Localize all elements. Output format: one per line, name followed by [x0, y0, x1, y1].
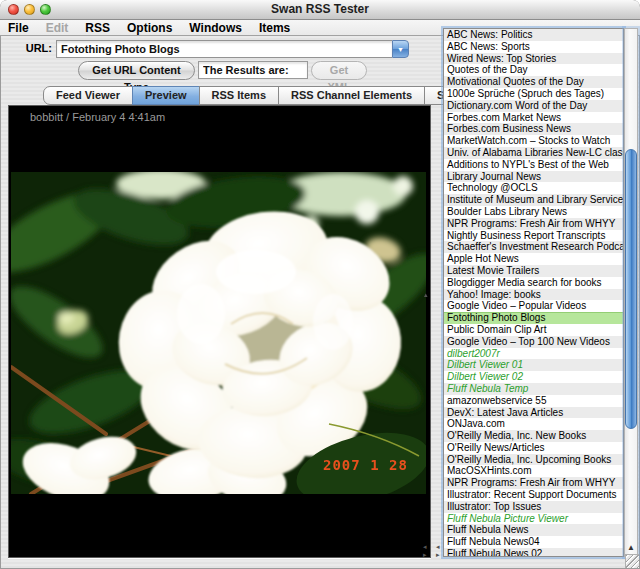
feed-list-item[interactable]: Additions to NYPL's Best of the Web	[444, 159, 623, 171]
list-scroll-right-icon[interactable]: ▸	[436, 551, 440, 558]
scrollbar-up-arrow-icon[interactable]: ▲	[626, 543, 636, 553]
feed-list-item[interactable]: Yahoo! Image: books	[444, 289, 623, 301]
feed-list-item[interactable]: Illustrator: Recent Support Documents	[444, 489, 623, 501]
tab-rss-items[interactable]: RSS Items	[199, 86, 279, 105]
feed-list-item[interactable]: Latest Movie Trailers	[444, 265, 623, 277]
feed-list-item[interactable]: Boulder Labs Library News	[444, 206, 623, 218]
get-xml-button: Get XML	[311, 61, 367, 80]
feed-list-item[interactable]: Google Video – Popular Videos	[444, 300, 623, 312]
feed-list-item[interactable]: Wired News: Top Stories	[444, 53, 623, 65]
feed-list-item[interactable]: Dilbert Viewer 01	[444, 359, 623, 371]
feed-list-item[interactable]: Institute of Museum and Library Services	[444, 194, 623, 206]
feed-list-item[interactable]: Motivational Quotes of the Day	[444, 76, 623, 88]
menu-file[interactable]: File	[8, 21, 29, 35]
feed-list-item[interactable]: Fluff Nebula News	[444, 524, 623, 536]
list-scroll-left-icon[interactable]: ◂	[436, 543, 440, 550]
feed-list-item[interactable]: O'Reilly Media, Inc. New Books	[444, 430, 623, 442]
feed-list-item[interactable]: Blogdigger Media search for books	[444, 277, 623, 289]
feed-list-item[interactable]: ONJava.com	[444, 418, 623, 430]
feed-list-item[interactable]: Nightly Business Report Transcripts	[444, 230, 623, 242]
app-window: Swan RSS Tester FileEditRSSOptionsWindow…	[0, 0, 640, 569]
feed-list-item[interactable]: Technology @OCLS	[444, 182, 623, 194]
feed-list-item[interactable]: Fluff Nebula News 02	[444, 548, 623, 557]
url-combo-dropdown-icon[interactable]: ▼	[392, 40, 409, 58]
menu-items[interactable]: Items	[259, 21, 290, 35]
feed-list-item[interactable]: DevX: Latest Java Articles	[444, 407, 623, 419]
splitter-collapse-icon[interactable]: ▴	[424, 291, 428, 298]
feed-list-item[interactable]: ABC News: Sports	[444, 41, 623, 53]
feed-list-item[interactable]: Dilbert Viewer 02	[444, 371, 623, 383]
results-field[interactable]	[198, 61, 308, 79]
get-url-content-type-button[interactable]: Get URL Content Type	[78, 61, 195, 80]
menu-rss[interactable]: RSS	[85, 21, 110, 35]
feed-list-item[interactable]: MacOSXHints.com	[444, 465, 623, 477]
feed-list-item[interactable]: ABC News: Politics	[444, 29, 623, 41]
feed-list-item[interactable]: Dictionary.com Word of the Day	[444, 100, 623, 112]
url-combo-input[interactable]	[56, 40, 392, 58]
url-label: URL:	[24, 42, 52, 54]
feed-list-item[interactable]: amazonwebservice 55	[444, 395, 623, 407]
feed-list-item[interactable]: Fluff Nebula News04	[444, 536, 623, 548]
pane-scroll-left-icon[interactable]: ◂	[423, 543, 427, 550]
feed-list-item[interactable]: Google Video – Top 100 New Videos	[444, 336, 623, 348]
feed-list-item[interactable]: Fluff Nebula Picture Viewer	[444, 513, 623, 525]
feed-list-item[interactable]: Fluff Nebula Temp	[444, 383, 623, 395]
feed-list-item[interactable]: Quotes of the Day	[444, 64, 623, 76]
feed-list-item[interactable]: Forbes.com Business News	[444, 123, 623, 135]
tab-preview[interactable]: Preview	[132, 86, 200, 105]
menu-options[interactable]: Options	[127, 21, 172, 35]
feed-list-item[interactable]: Illustrator: Top Issues	[444, 501, 623, 513]
tab-rss-channel-elements[interactable]: RSS Channel Elements	[278, 86, 425, 105]
feed-list-item[interactable]: Public Domain Clip Art	[444, 324, 623, 336]
feed-list-item[interactable]: 1000e Sprüche (Spruch des Tages)	[444, 88, 623, 100]
feed-list: ABC News: PoliticsABC News: SportsWired …	[443, 28, 624, 557]
photo-credit: bobbitt / February 4 4:41am	[30, 111, 165, 123]
photo-image: 2007 1 28	[11, 172, 426, 494]
window-title: Swan RSS Tester	[0, 0, 640, 19]
feed-list-item[interactable]: O'Reilly News/Articles	[444, 442, 623, 454]
menu-windows[interactable]: Windows	[189, 21, 242, 35]
tab-feed-viewer[interactable]: Feed Viewer	[43, 86, 133, 105]
feed-list-item[interactable]: Univ. of Alabama Libraries New-LC class …	[444, 147, 623, 159]
pane-scroll-right-icon[interactable]: ▸	[423, 551, 427, 558]
photo-date-stamp: 2007 1 28	[323, 457, 408, 473]
feed-list-item[interactable]: MarketWatch.com – Stocks to Watch	[444, 135, 623, 147]
feed-list-scrollbar[interactable]	[624, 28, 638, 557]
feed-list-item[interactable]: Library Journal News	[444, 171, 623, 183]
feed-list-item[interactable]: Schaeffer's Investment Research Podcasts	[444, 241, 623, 253]
window-resize-grip-icon[interactable]	[625, 554, 639, 568]
feed-list-item-selected[interactable]: Fotothing Photo Blogs	[444, 312, 623, 324]
tab-bar: Feed ViewerPreviewRSS ItemsRSS Channel E…	[43, 86, 502, 105]
preview-pane: bobbitt / February 4 4:41am	[8, 105, 431, 558]
feed-list-item[interactable]: NPR Programs: Fresh Air from WHYY	[444, 218, 623, 230]
scrollbar-thumb[interactable]	[625, 149, 637, 429]
menu-edit: Edit	[46, 21, 69, 35]
feed-list-item[interactable]: dilbert2007r	[444, 348, 623, 360]
feed-list-item[interactable]: O'Reilly Media, Inc. Upcoming Books	[444, 454, 623, 466]
feed-list-item[interactable]: NPR Programs: Fresh Air from WHYY	[444, 477, 623, 489]
feed-list-item[interactable]: Forbes.com Market News	[444, 112, 623, 124]
title-bar[interactable]: Swan RSS Tester	[0, 0, 640, 20]
feed-list-item[interactable]: Apple Hot News	[444, 253, 623, 265]
